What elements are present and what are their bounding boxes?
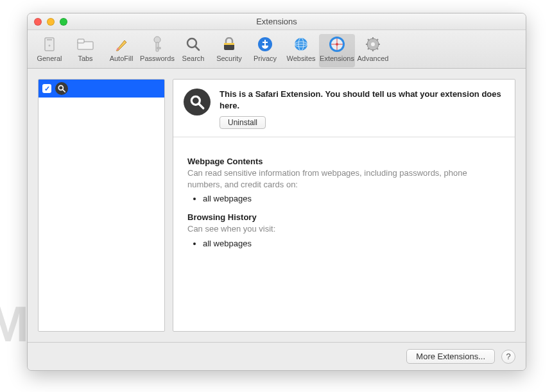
extension-detail-panel: This is a Safari Extension. You should t… bbox=[173, 79, 515, 332]
permissions-section: Webpage Contents Can read sensitive info… bbox=[173, 137, 515, 264]
tab-passwords[interactable]: Passwords bbox=[139, 34, 175, 67]
tab-search[interactable]: Search bbox=[175, 34, 211, 67]
extension-header: This is a Safari Extension. You should t… bbox=[173, 80, 515, 137]
tab-label: Extensions bbox=[320, 55, 354, 62]
extension-list-item[interactable]: ✓ bbox=[39, 80, 164, 98]
browsing-history-title: Browsing History bbox=[187, 212, 501, 222]
security-icon bbox=[220, 35, 239, 53]
advanced-icon bbox=[363, 35, 383, 53]
tab-label: Privacy bbox=[254, 55, 277, 62]
svg-line-28 bbox=[368, 48, 369, 49]
preferences-window: Extensions General Tabs AutoFill Passwor… bbox=[27, 13, 526, 371]
extension-description: This is a Safari Extension. You should t… bbox=[220, 89, 505, 111]
webpage-contents-item: all webpages bbox=[203, 194, 501, 203]
extension-item-icon bbox=[55, 82, 68, 95]
svg-line-27 bbox=[377, 48, 378, 49]
more-extensions-button[interactable]: More Extensions... bbox=[406, 349, 495, 364]
tab-label: Websites bbox=[286, 55, 315, 62]
tab-label: AutoFill bbox=[110, 55, 134, 62]
svg-point-19 bbox=[336, 43, 338, 46]
extension-enabled-checkbox[interactable]: ✓ bbox=[42, 84, 51, 93]
webpage-contents-desc: Can read sensitive information from webp… bbox=[187, 167, 501, 190]
svg-line-31 bbox=[63, 90, 65, 92]
window-title: Extensions bbox=[28, 17, 526, 26]
extensions-icon bbox=[327, 35, 347, 53]
uninstall-button[interactable]: Uninstall bbox=[220, 116, 266, 129]
search-icon bbox=[184, 35, 203, 53]
svg-point-21 bbox=[371, 42, 375, 46]
tab-autofill[interactable]: AutoFill bbox=[103, 34, 139, 67]
tab-extensions[interactable]: Extensions bbox=[319, 34, 355, 67]
webpage-contents-title: Webpage Contents bbox=[187, 157, 501, 166]
window-footer: More Extensions... ? bbox=[28, 342, 526, 370]
privacy-icon bbox=[255, 35, 275, 53]
extension-icon bbox=[184, 89, 211, 115]
tab-websites[interactable]: Websites bbox=[283, 34, 319, 67]
svg-rect-4 bbox=[78, 39, 84, 43]
browsing-history-desc: Can see when you visit: bbox=[187, 223, 501, 235]
svg-rect-6 bbox=[156, 42, 159, 51]
autofill-icon bbox=[112, 35, 131, 53]
svg-line-9 bbox=[195, 46, 199, 50]
help-button[interactable]: ? bbox=[501, 350, 515, 364]
tab-security[interactable]: Security bbox=[211, 34, 247, 67]
svg-line-33 bbox=[199, 104, 203, 108]
tab-general[interactable]: General bbox=[31, 34, 67, 67]
websites-icon bbox=[291, 35, 311, 53]
titlebar: Extensions bbox=[28, 13, 526, 30]
svg-line-29 bbox=[377, 39, 378, 40]
browsing-history-item: all webpages bbox=[203, 239, 501, 248]
svg-rect-1 bbox=[47, 39, 52, 40]
svg-line-26 bbox=[368, 39, 369, 40]
tab-label: General bbox=[37, 55, 62, 62]
tab-tabs[interactable]: Tabs bbox=[67, 34, 103, 67]
tabs-icon bbox=[76, 35, 95, 53]
svg-point-2 bbox=[49, 45, 51, 47]
general-icon bbox=[40, 35, 59, 53]
tab-label: Advanced bbox=[358, 55, 389, 62]
extension-header-text: This is a Safari Extension. You should t… bbox=[220, 89, 505, 129]
tab-advanced[interactable]: Advanced bbox=[355, 34, 391, 67]
tab-privacy[interactable]: Privacy bbox=[247, 34, 283, 67]
extensions-sidebar: ✓ bbox=[38, 79, 165, 332]
tab-label: Tabs bbox=[78, 55, 92, 62]
preferences-toolbar: General Tabs AutoFill Passwords Search bbox=[28, 30, 526, 69]
content-area: ✓ This is a Safari Extension. You should… bbox=[28, 69, 526, 342]
tab-label: Passwords bbox=[140, 55, 175, 62]
tab-label: Search bbox=[182, 55, 205, 62]
passwords-icon bbox=[148, 35, 167, 53]
tab-label: Security bbox=[216, 55, 242, 62]
svg-rect-11 bbox=[224, 43, 234, 45]
svg-rect-7 bbox=[157, 47, 160, 49]
